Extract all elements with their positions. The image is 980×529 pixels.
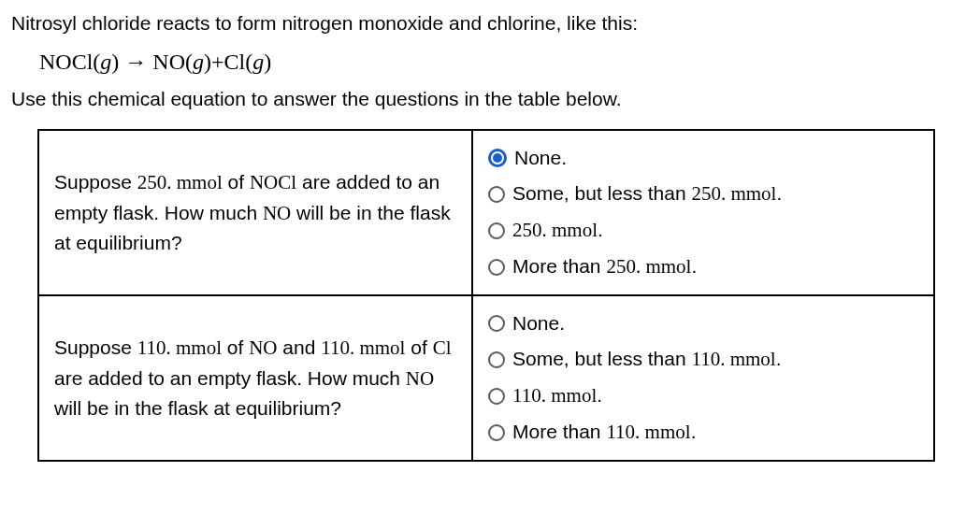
- intro-text: Nitrosyl chloride reacts to form nitroge…: [11, 9, 969, 36]
- question-options: None. Some, but less than 110. mmol. 110…: [472, 295, 934, 461]
- radio-icon[interactable]: [488, 315, 505, 332]
- option[interactable]: More than 250. mmol.: [488, 249, 918, 285]
- radio-icon[interactable]: [488, 186, 505, 203]
- radio-icon[interactable]: [488, 351, 505, 368]
- option-label: 110. mmol.: [512, 384, 602, 407]
- question-prompt: Suppose 250. mmol of NOCl are added to a…: [38, 130, 472, 295]
- option-label: None.: [512, 312, 565, 335]
- table-row: Suppose 250. mmol of NOCl are added to a…: [38, 130, 934, 295]
- radio-icon[interactable]: [488, 259, 505, 276]
- chemical-equation: NOCl(g) → NO(g)+Cl(g): [39, 50, 969, 75]
- radio-icon[interactable]: [488, 149, 507, 167]
- option-label: More than 110. mmol.: [512, 421, 696, 444]
- option[interactable]: 110. mmol.: [488, 378, 918, 414]
- subintro-text: Use this chemical equation to answer the…: [11, 88, 969, 110]
- radio-icon[interactable]: [488, 424, 505, 441]
- radio-icon[interactable]: [488, 222, 505, 239]
- option[interactable]: Some, but less than 250. mmol.: [488, 176, 918, 212]
- option[interactable]: None.: [488, 140, 918, 176]
- option-label: Some, but less than 110. mmol.: [512, 348, 782, 371]
- question-options: None. Some, but less than 250. mmol. 250…: [472, 130, 934, 295]
- option-label: 250. mmol.: [512, 219, 603, 242]
- option-label: None.: [514, 147, 567, 169]
- radio-icon[interactable]: [488, 388, 505, 405]
- question-prompt: Suppose 110. mmol of NO and 110. mmol of…: [38, 295, 472, 461]
- table-row: Suppose 110. mmol of NO and 110. mmol of…: [38, 295, 934, 461]
- option[interactable]: 250. mmol.: [488, 212, 918, 249]
- option[interactable]: More than 110. mmol.: [488, 414, 918, 450]
- option[interactable]: Some, but less than 110. mmol.: [488, 341, 918, 378]
- option[interactable]: None.: [488, 306, 918, 341]
- option-label: Some, but less than 250. mmol.: [512, 182, 782, 206]
- question-table: Suppose 250. mmol of NOCl are added to a…: [37, 129, 935, 462]
- option-label: More than 250. mmol.: [512, 255, 697, 279]
